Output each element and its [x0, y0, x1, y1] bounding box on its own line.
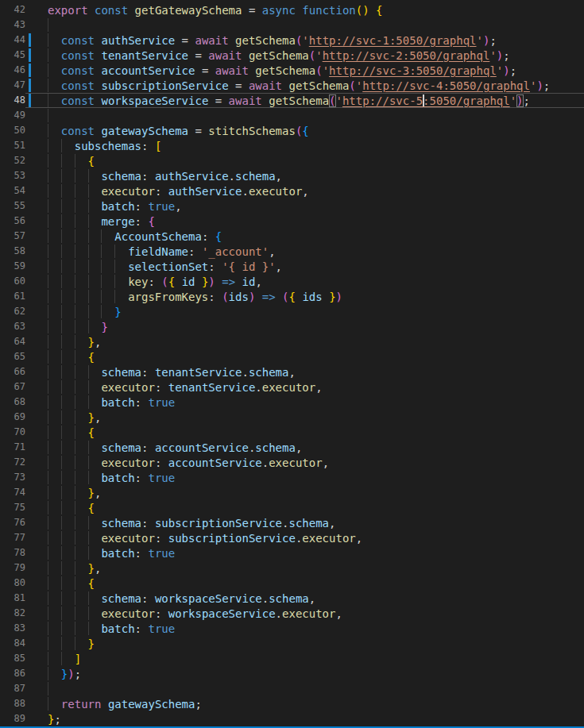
- current-line[interactable]: const workspaceService = await getSchema…: [25, 93, 584, 108]
- line-number[interactable]: 82: [0, 606, 25, 621]
- line-number[interactable]: 42: [0, 2, 25, 17]
- line-body[interactable]: ]: [25, 651, 584, 666]
- code-line[interactable]: 79 },: [0, 560, 584, 576]
- line-body[interactable]: argsFromKeys: (ids) => ({ ids }): [25, 289, 584, 304]
- code-line-content[interactable]: schema: subscriptionService.schema,: [35, 516, 584, 530]
- line-body[interactable]: }: [25, 636, 584, 651]
- code-line-content[interactable]: {: [35, 576, 584, 590]
- code-line[interactable]: 50 const gatewaySchema = stitchSchemas({: [0, 123, 584, 138]
- code-line[interactable]: 61 argsFromKeys: (ids) => ({ ids }): [0, 289, 584, 304]
- code-line[interactable]: 46 const accountService = await getSchem…: [0, 63, 584, 78]
- code-line-content[interactable]: }: [35, 320, 584, 333]
- code-line-content[interactable]: const authService = await getSchema('htt…: [35, 33, 584, 47]
- code-line-content[interactable]: AccountSchema: {: [35, 229, 584, 243]
- line-number[interactable]: 87: [0, 681, 25, 696]
- code-line[interactable]: 55 batch: true,: [0, 198, 584, 214]
- code-line[interactable]: 54 executor: authService.executor,: [0, 183, 584, 198]
- line-body[interactable]: executor: workspaceService.executor,: [25, 606, 584, 621]
- line-number[interactable]: 88: [0, 696, 25, 711]
- line-body[interactable]: schema: accountService.schema,: [25, 440, 584, 455]
- code-line-content[interactable]: batch: true: [35, 471, 584, 484]
- line-body[interactable]: batch: true: [25, 621, 584, 636]
- code-line[interactable]: 76 schema: subscriptionService.schema,: [0, 515, 584, 530]
- line-body[interactable]: merge: {: [25, 214, 584, 229]
- line-number[interactable]: 80: [0, 576, 25, 591]
- code-line[interactable]: 43: [0, 17, 584, 33]
- code-line[interactable]: 85 ]: [0, 651, 584, 666]
- line-body[interactable]: schema: tenantService.schema,: [25, 364, 584, 379]
- code-line-content[interactable]: schema: workspaceService.schema,: [35, 591, 584, 605]
- line-body[interactable]: schema: authService.schema,: [25, 168, 584, 183]
- code-line[interactable]: 44 const authService = await getSchema('…: [0, 33, 584, 48]
- line-number[interactable]: 81: [0, 591, 25, 606]
- line-number[interactable]: 45: [0, 48, 25, 63]
- code-line[interactable]: 86 });: [0, 666, 584, 681]
- code-line-content[interactable]: [35, 109, 584, 122]
- line-number[interactable]: 75: [0, 500, 25, 515]
- code-line-content[interactable]: argsFromKeys: (ids) => ({ ids }): [35, 290, 584, 303]
- code-line-content[interactable]: selectionSet: '{ id }',: [35, 260, 584, 273]
- code-line-content[interactable]: const accountService = await getSchema('…: [35, 64, 584, 77]
- code-line[interactable]: 53 schema: authService.schema,: [0, 168, 584, 183]
- code-line[interactable]: 89};: [0, 711, 584, 726]
- line-number[interactable]: 49: [0, 108, 25, 123]
- line-body[interactable]: batch: true: [25, 395, 584, 410]
- code-line-content[interactable]: {: [35, 501, 584, 514]
- line-number[interactable]: 53: [0, 168, 25, 183]
- line-number[interactable]: 46: [0, 63, 25, 78]
- line-number[interactable]: 62: [0, 304, 25, 319]
- line-number[interactable]: 60: [0, 274, 25, 289]
- line-body[interactable]: {: [25, 576, 584, 591]
- code-line[interactable]: 42export const getGatewaySchema = async …: [0, 2, 584, 17]
- line-body[interactable]: },: [25, 334, 584, 349]
- line-number[interactable]: 61: [0, 289, 25, 304]
- code-line[interactable]: 82 executor: workspaceService.executor,: [0, 606, 584, 621]
- code-line-content[interactable]: const subscriptionService = await getSch…: [35, 79, 584, 92]
- line-body[interactable]: },: [25, 410, 584, 425]
- code-line-content[interactable]: batch: true: [35, 395, 584, 409]
- line-number[interactable]: 83: [0, 621, 25, 636]
- line-number[interactable]: 67: [0, 379, 25, 395]
- code-line[interactable]: 80 {: [0, 576, 584, 591]
- line-number[interactable]: 84: [0, 636, 25, 651]
- line-body[interactable]: const authService = await getSchema('htt…: [25, 33, 584, 48]
- code-line[interactable]: 59 selectionSet: '{ id }',: [0, 259, 584, 274]
- line-body[interactable]: executor: tenantService.executor,: [25, 379, 584, 395]
- code-editor[interactable]: 42export const getGatewaySchema = async …: [0, 0, 584, 728]
- code-line[interactable]: 64 },: [0, 334, 584, 349]
- code-line-content[interactable]: const workspaceService = await getSchema…: [35, 94, 584, 107]
- code-line-content[interactable]: {: [35, 426, 584, 439]
- line-body[interactable]: };: [25, 711, 584, 726]
- code-line[interactable]: 56 merge: {: [0, 214, 584, 229]
- line-body[interactable]: {: [25, 425, 584, 440]
- code-line-content[interactable]: },: [35, 335, 584, 349]
- line-body[interactable]: key: ({ id }) => id,: [25, 274, 584, 289]
- line-body[interactable]: executor: accountService.executor,: [25, 455, 584, 470]
- line-body[interactable]: selectionSet: '{ id }',: [25, 259, 584, 274]
- line-number[interactable]: 47: [0, 78, 25, 93]
- code-line[interactable]: 57 AccountSchema: {: [0, 229, 584, 244]
- line-body[interactable]: AccountSchema: {: [25, 229, 584, 244]
- line-body[interactable]: return gatewaySchema;: [25, 696, 584, 711]
- line-number[interactable]: 74: [0, 485, 25, 500]
- code-line[interactable]: 66 schema: tenantService.schema,: [0, 364, 584, 379]
- code-line[interactable]: 88 return gatewaySchema;: [0, 696, 584, 711]
- line-number[interactable]: 64: [0, 334, 25, 349]
- code-line[interactable]: 77 executor: subscriptionService.executo…: [0, 530, 584, 545]
- line-number[interactable]: 43: [0, 17, 25, 33]
- line-number[interactable]: 78: [0, 545, 25, 560]
- line-number[interactable]: 56: [0, 214, 25, 229]
- line-body[interactable]: subschemas: [: [25, 138, 584, 153]
- line-body[interactable]: const gatewaySchema = stitchSchemas({: [25, 123, 584, 138]
- line-number[interactable]: 77: [0, 530, 25, 545]
- code-line[interactable]: 81 schema: workspaceService.schema,: [0, 591, 584, 606]
- line-body[interactable]: }: [25, 319, 584, 334]
- code-line[interactable]: 71 schema: accountService.schema,: [0, 440, 584, 455]
- code-line-content[interactable]: fieldName: '_account',: [35, 245, 584, 258]
- line-body[interactable]: executor: subscriptionService.executor,: [25, 530, 584, 545]
- code-line-content[interactable]: };: [35, 712, 584, 726]
- line-body[interactable]: {: [25, 500, 584, 515]
- line-number[interactable]: 59: [0, 259, 25, 274]
- code-line[interactable]: 69 },: [0, 410, 584, 425]
- code-line[interactable]: 70 {: [0, 425, 584, 440]
